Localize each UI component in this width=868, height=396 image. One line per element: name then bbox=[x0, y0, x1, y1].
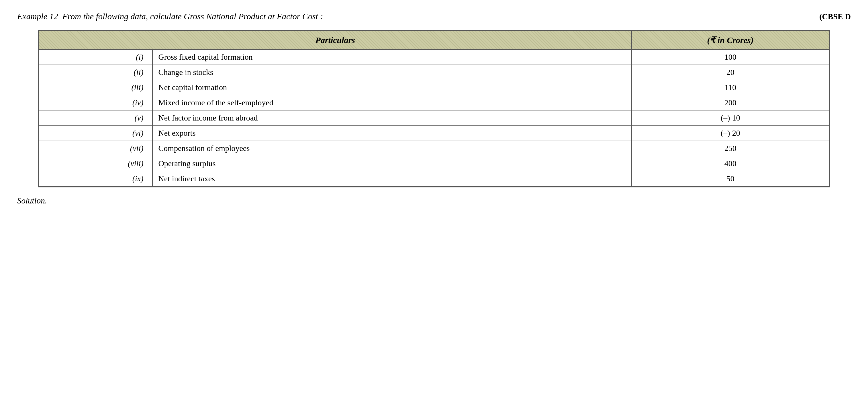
row-value: 100 bbox=[631, 49, 829, 65]
data-table-wrapper: Particulars (₹ in Crores) (i)Gross fixed… bbox=[38, 30, 830, 188]
row-label: Net exports bbox=[152, 126, 631, 141]
row-label: Compensation of employees bbox=[152, 141, 631, 156]
solution-label: Solution. bbox=[17, 196, 851, 205]
row-value: 50 bbox=[631, 171, 829, 187]
row-value: 400 bbox=[631, 156, 829, 171]
row-number: (iv) bbox=[39, 95, 152, 111]
table-row: (i)Gross fixed capital formation100 bbox=[39, 49, 829, 65]
row-value: (–) 20 bbox=[631, 126, 829, 141]
row-label: Operating surplus bbox=[152, 156, 631, 171]
row-number: (ii) bbox=[39, 65, 152, 80]
table-row: (vii)Compensation of employees250 bbox=[39, 141, 829, 156]
cbse-label: (CBSE D bbox=[819, 12, 851, 21]
row-value: 250 bbox=[631, 141, 829, 156]
table-row: (iv)Mixed income of the self-employed200 bbox=[39, 95, 829, 111]
table-row: (ix)Net indirect taxes50 bbox=[39, 171, 829, 187]
table-row: (ii)Change in stocks20 bbox=[39, 65, 829, 80]
col-amount-header: (₹ in Crores) bbox=[631, 31, 829, 49]
row-number: (viii) bbox=[39, 156, 152, 171]
row-label: Net factor income from abroad bbox=[152, 111, 631, 126]
table-row: (viii)Operating surplus400 bbox=[39, 156, 829, 171]
row-label: Change in stocks bbox=[152, 65, 631, 80]
row-number: (i) bbox=[39, 49, 152, 65]
row-value: 20 bbox=[631, 65, 829, 80]
row-label: Gross fixed capital formation bbox=[152, 49, 631, 65]
row-label: Mixed income of the self-employed bbox=[152, 95, 631, 111]
row-value: (–) 10 bbox=[631, 111, 829, 126]
row-number: (v) bbox=[39, 111, 152, 126]
row-number: (iii) bbox=[39, 80, 152, 95]
row-number: (vi) bbox=[39, 126, 152, 141]
col-particulars-header: Particulars bbox=[39, 31, 631, 49]
row-label: Net capital formation bbox=[152, 80, 631, 95]
table-row: (iii)Net capital formation110 bbox=[39, 80, 829, 95]
row-number: (vii) bbox=[39, 141, 152, 156]
data-table: Particulars (₹ in Crores) (i)Gross fixed… bbox=[39, 30, 830, 187]
table-row: (v)Net factor income from abroad(–) 10 bbox=[39, 111, 829, 126]
row-value: 110 bbox=[631, 80, 829, 95]
row-value: 200 bbox=[631, 95, 829, 111]
row-label: Net indirect taxes bbox=[152, 171, 631, 187]
page-header: Example 12 From the following data, calc… bbox=[17, 11, 851, 21]
table-row: (vi)Net exports(–) 20 bbox=[39, 126, 829, 141]
example-question: From the following data, calculate Gross… bbox=[62, 11, 323, 21]
row-number: (ix) bbox=[39, 171, 152, 187]
example-label: Example 12 bbox=[17, 11, 58, 21]
table-header-row: Particulars (₹ in Crores) bbox=[39, 31, 829, 49]
example-title: Example 12 From the following data, calc… bbox=[17, 11, 808, 21]
